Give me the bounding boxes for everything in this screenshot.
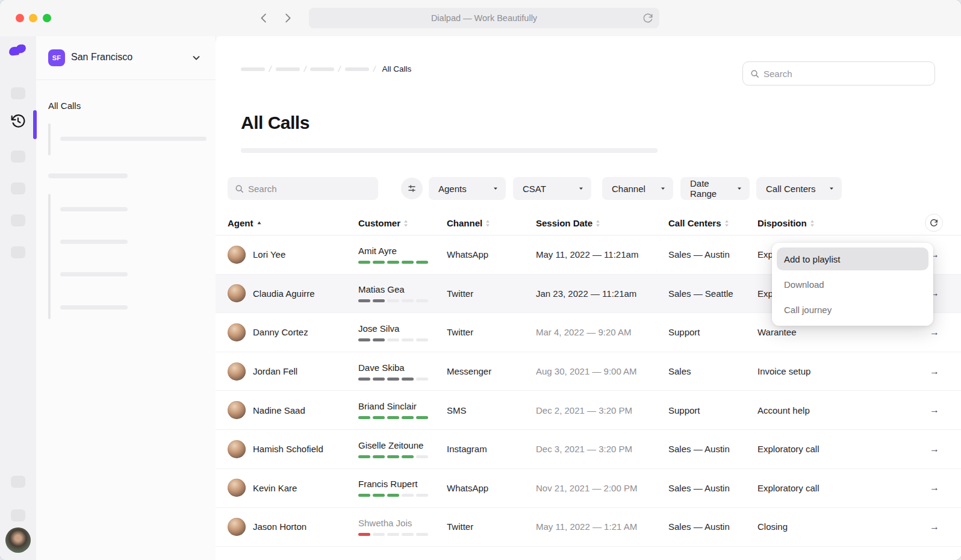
rail-item-placeholder[interactable] [11, 214, 25, 226]
nav-panel: SF San Francisco All Calls [36, 36, 216, 560]
row-detail-arrow-icon[interactable]: → [918, 327, 939, 338]
filter-settings-button[interactable] [401, 178, 423, 199]
csat-indicator [358, 416, 447, 419]
titlebar: Dialpad — Work Beautifully [0, 0, 961, 37]
column-header-disposition[interactable]: Disposition [757, 218, 918, 228]
sort-icon [403, 220, 408, 226]
minimize-window-button[interactable] [29, 14, 37, 22]
csat-indicator [358, 378, 447, 381]
filter-dropdown-agents[interactable]: Agents [429, 177, 506, 200]
search-placeholder: Search [248, 184, 277, 194]
browser-forward-icon[interactable] [281, 11, 294, 25]
app-content: SF San Francisco All Calls / / [0, 36, 961, 560]
agent-cell: Lori Yee [228, 246, 358, 264]
channel-cell: Messenger [447, 366, 536, 376]
call-history-icon[interactable] [10, 113, 26, 129]
csat-segment [402, 533, 414, 536]
row-context-menu: Add to playlist Download Call journey [772, 243, 933, 326]
rail-item-placeholder[interactable] [11, 246, 25, 258]
column-header-session-date[interactable]: Session Date [536, 218, 668, 228]
column-header-call-centers[interactable]: Call Centers [668, 218, 757, 228]
table-row[interactable]: Hamish SchofieldGiselle ZeitouneInstagra… [216, 430, 961, 469]
skeleton-line [60, 272, 128, 276]
csat-segment [402, 261, 414, 264]
customer-name: Francis Rupert [358, 479, 447, 489]
csat-segment [373, 533, 385, 536]
user-avatar[interactable] [5, 527, 31, 553]
table-search-input[interactable]: Search [228, 177, 378, 200]
call-center-cell: Support [668, 327, 757, 337]
rail-item-placeholder[interactable] [11, 151, 25, 163]
rail-item-placeholder[interactable] [11, 476, 25, 488]
csat-segment [402, 416, 414, 419]
csat-segment [402, 494, 414, 497]
reload-icon[interactable] [642, 13, 653, 23]
customer-cell: Giselle Zeitoune [358, 440, 447, 458]
column-header-agent[interactable]: Agent [228, 218, 358, 228]
skeleton-line [48, 173, 128, 178]
call-center-cell: Sales — Seattle [668, 288, 757, 299]
filter-dropdown-channel[interactable]: Channel [602, 177, 673, 200]
breadcrumb-placeholder [241, 67, 265, 71]
filter-dropdown-csat[interactable]: CSAT [513, 177, 591, 200]
breadcrumb-placeholder [345, 67, 369, 71]
csat-segment [373, 416, 385, 419]
menu-item-download[interactable]: Download [777, 273, 928, 296]
skeleton-line [60, 240, 128, 244]
refresh-button[interactable] [925, 214, 943, 232]
agent-cell: Nadine Saad [228, 401, 358, 419]
column-header-customer[interactable]: Customer [358, 218, 447, 228]
csat-segment [373, 299, 385, 302]
customer-name: Jose Silva [358, 323, 447, 334]
row-detail-arrow-icon[interactable]: → [918, 482, 939, 493]
disposition-cell: Exploratory call [757, 483, 918, 493]
csat-segment [373, 494, 385, 497]
sidebar-item-all-calls[interactable]: All Calls [48, 101, 81, 111]
workspace-selector[interactable]: SF San Francisco [36, 36, 216, 80]
table-row[interactable]: Jason HortonShwetha JoisTwitterMay 11, 2… [216, 508, 961, 547]
page-title: All Calls [241, 113, 309, 133]
session-date-cell: Aug 30, 2021 — 9:00 AM [536, 366, 668, 376]
call-center-cell: Sales — Austin [668, 444, 757, 454]
row-detail-arrow-icon[interactable]: → [918, 444, 939, 455]
row-detail-arrow-icon[interactable]: → [918, 521, 939, 532]
call-center-cell: Support [668, 405, 757, 415]
sort-icon [596, 220, 600, 226]
agent-avatar [228, 518, 246, 536]
table-row[interactable]: Jordan FellDave SkibaMessengerAug 30, 20… [216, 352, 961, 391]
rail-item-placeholder[interactable] [11, 87, 25, 99]
skeleton-line [60, 207, 128, 211]
agent-cell: Jason Horton [228, 518, 358, 536]
csat-indicator [358, 455, 447, 458]
filter-dropdown-call-centers[interactable]: Call Centers [756, 177, 842, 200]
menu-item-add-to-playlist[interactable]: Add to playlist [777, 247, 928, 270]
browser-address-bar[interactable]: Dialpad — Work Beautifully [309, 8, 659, 28]
filter-dropdown-date-range[interactable]: Date Range [680, 177, 750, 200]
table-row[interactable]: Nadine SaadBriand SinclairSMSDec 2, 2021… [216, 391, 961, 430]
call-center-cell: Sales — Austin [668, 483, 757, 493]
agent-avatar [228, 323, 246, 341]
csat-segment [387, 338, 399, 341]
filter-bar: Search Agents CSAT Channel [216, 177, 961, 200]
column-header-channel[interactable]: Channel [447, 218, 536, 228]
menu-item-call-journey[interactable]: Call journey [777, 298, 928, 321]
csat-segment [416, 455, 428, 458]
csat-indicator [358, 338, 447, 341]
dialpad-logo-icon[interactable] [9, 45, 27, 57]
agent-avatar [228, 362, 246, 381]
row-detail-arrow-icon[interactable]: → [918, 366, 939, 377]
zoom-window-button[interactable] [43, 14, 51, 22]
customer-cell: Shwetha Jois [358, 518, 447, 536]
rail-item-placeholder[interactable] [11, 509, 25, 521]
table-row[interactable]: Kevin KareFrancis RupertWhatsAppNov 21, … [216, 469, 961, 508]
rail-item-placeholder[interactable] [11, 182, 25, 194]
global-search-input[interactable]: Search [742, 61, 935, 86]
browser-back-icon[interactable] [258, 11, 271, 25]
agent-name: Kevin Kare [253, 483, 297, 493]
close-window-button[interactable] [16, 14, 24, 22]
csat-segment [416, 416, 428, 419]
csat-segment [402, 455, 414, 458]
chevron-down-icon [191, 53, 201, 63]
csat-segment [373, 338, 385, 341]
row-detail-arrow-icon[interactable]: → [918, 405, 939, 415]
